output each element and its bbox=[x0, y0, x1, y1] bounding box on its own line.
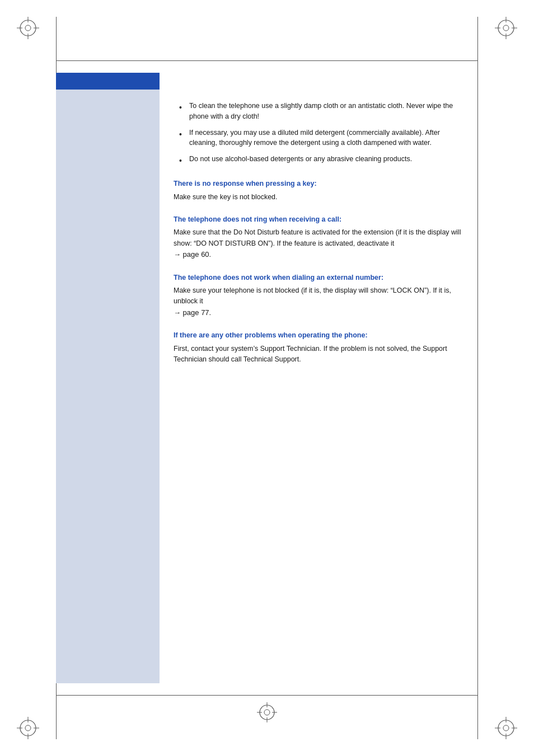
corner-mark-tr bbox=[484, 17, 517, 50]
section-body: Make sure that the Do Not Disturb featur… bbox=[174, 227, 461, 260]
svg-point-25 bbox=[264, 710, 270, 715]
sidebar-header bbox=[56, 73, 160, 90]
section-body: Make sure your telephone is not blocked … bbox=[174, 285, 461, 318]
section-body-text: Make sure your telephone is not blocked … bbox=[174, 287, 451, 305]
section-no-ring: The telephone does not ring when receivi… bbox=[174, 215, 461, 261]
section-no-response: There is no response when pressing a key… bbox=[174, 179, 461, 203]
section-body-text: Make sure that the Do Not Disturb featur… bbox=[174, 228, 461, 247]
section-heading: There is no response when pressing a key… bbox=[174, 179, 461, 189]
svg-point-12 bbox=[20, 720, 36, 736]
section-heading: The telephone does not ring when receivi… bbox=[174, 215, 461, 225]
svg-point-7 bbox=[503, 25, 509, 31]
arrow-reference: → page 77. bbox=[174, 308, 211, 317]
section-heading: The telephone does not work when dialing… bbox=[174, 273, 461, 283]
section-no-external: The telephone does not work when dialing… bbox=[174, 273, 461, 319]
svg-point-6 bbox=[498, 20, 514, 36]
list-item: • If necessary, you may use a diluted mi… bbox=[179, 128, 461, 149]
corner-mark-br bbox=[484, 706, 517, 739]
page: • To clean the telephone use a slightly … bbox=[0, 0, 534, 756]
svg-point-18 bbox=[498, 720, 514, 736]
svg-point-19 bbox=[503, 725, 509, 731]
bullet-text: If necessary, you may use a diluted mild… bbox=[189, 128, 461, 149]
top-border-line bbox=[56, 60, 478, 61]
bullet-text: Do not use alcohol-based detergents or a… bbox=[189, 154, 461, 165]
corner-mark-bl bbox=[17, 706, 50, 739]
right-border-line bbox=[477, 17, 478, 739]
corner-mark-tl bbox=[17, 17, 50, 50]
section-body: Make sure the key is not blocked. bbox=[174, 192, 461, 203]
section-heading: If there are any other problems when ope… bbox=[174, 331, 461, 341]
bullet-dot: • bbox=[179, 102, 189, 114]
list-item: • To clean the telephone use a slightly … bbox=[179, 101, 461, 122]
svg-point-13 bbox=[25, 725, 31, 731]
cleaning-instructions-list: • To clean the telephone use a slightly … bbox=[179, 101, 461, 167]
bottom-border-line bbox=[56, 695, 478, 696]
sidebar bbox=[56, 73, 160, 683]
section-other-problems: If there are any other problems when ope… bbox=[174, 331, 461, 365]
arrow-reference: → page 60. bbox=[174, 250, 211, 259]
svg-point-0 bbox=[20, 20, 36, 36]
bullet-dot: • bbox=[179, 155, 189, 167]
bullet-text: To clean the telephone use a slightly da… bbox=[189, 101, 461, 122]
bottom-center-mark bbox=[256, 701, 278, 725]
section-body: First, contact your system’s Support Tec… bbox=[174, 344, 461, 365]
list-item: • Do not use alcohol-based detergents or… bbox=[179, 154, 461, 167]
bullet-dot: • bbox=[179, 129, 189, 140]
main-content: • To clean the telephone use a slightly … bbox=[168, 73, 472, 683]
svg-point-1 bbox=[25, 25, 31, 31]
